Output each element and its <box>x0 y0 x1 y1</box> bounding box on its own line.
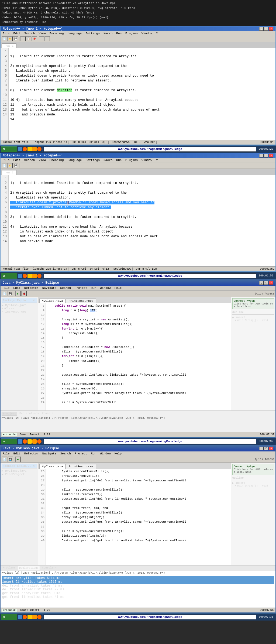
package-item-myclass2[interactable]: MyClass <box>2 307 37 310</box>
taskbar-icon-firefox-1[interactable] <box>23 147 27 151</box>
eclipse-menu-file-1[interactable]: File <box>2 286 10 290</box>
eclipse-menu-project-2[interactable]: Project <box>74 452 88 455</box>
start-btn-1[interactable]: ⊞ <box>1 146 17 152</box>
save-btn[interactable]: 💾 <box>13 36 18 41</box>
eclipse-tool-save[interactable]: 💾 <box>8 291 13 296</box>
menu-window-2[interactable]: Window <box>141 159 153 162</box>
start-btn-4[interactable]: ⊞ <box>1 614 17 620</box>
cut-btn[interactable]: ✂ <box>20 36 26 41</box>
maximize-btn-1[interactable]: □ <box>264 27 268 31</box>
taskbar-icon-folder-4[interactable] <box>27 615 32 619</box>
minimize-btn-1[interactable]: _ <box>259 27 264 31</box>
menu-view-2[interactable]: View <box>38 159 46 162</box>
taskbar-url-4[interactable]: www.youtube.com/ProgrammingKnowledge <box>44 615 256 619</box>
eclipse-menu-search-2[interactable]: Search <box>59 452 72 455</box>
taskbar-icon-ie-4[interactable] <box>18 615 22 619</box>
menu-file-2[interactable]: File <box>2 159 10 162</box>
editor-text-1[interactable]: 1) LinkedList element Insertion is faste… <box>9 48 275 140</box>
eclipse-window-controls-2[interactable]: _ □ × <box>259 447 273 450</box>
menu-language-1[interactable]: Language <box>67 32 83 35</box>
menu-search-2[interactable]: Search <box>23 159 36 162</box>
save-btn-2[interactable]: 💾 <box>13 163 18 168</box>
eclipse-menu-navigate-1[interactable]: Navigate <box>42 286 57 290</box>
taskbar-icon-ff2-3[interactable] <box>37 439 42 444</box>
maximize-btn-2[interactable]: □ <box>264 154 268 157</box>
menu-view-1[interactable]: View <box>38 32 46 35</box>
taskbar-icon-ff-2[interactable] <box>23 274 27 278</box>
eclipse-menu-file-2[interactable]: File <box>2 452 10 455</box>
editor-text-2[interactable]: 1) LinkedList element Insertion is faste… <box>9 175 275 266</box>
package-item-print[interactable]: PrintResources <box>2 310 37 313</box>
eclipse-menu-refactor-1[interactable]: Refactor <box>23 286 39 290</box>
console-tab-2[interactable]: Console × <box>41 566 58 570</box>
taskbar-icon-ie-2[interactable] <box>18 274 22 278</box>
close-btn-1[interactable]: × <box>269 27 273 31</box>
menu-edit-1[interactable]: Edit <box>12 32 21 35</box>
taskbar-icon-folder-1[interactable] <box>27 147 32 151</box>
eclipse-tab-print-2[interactable]: PrintResources <box>66 464 96 469</box>
eclipse-minimize-2[interactable]: _ <box>259 447 264 450</box>
menu-settings-1[interactable]: Settings <box>85 32 101 35</box>
notepad-window-controls-1[interactable]: _ □ × <box>259 27 273 31</box>
menu-search-1[interactable]: Search <box>23 32 36 35</box>
menu-file-1[interactable]: File <box>2 32 10 35</box>
eclipse-tool-save-2[interactable]: 💾 <box>8 457 13 462</box>
eclipse-window-controls-1[interactable]: _ □ × <box>259 281 273 285</box>
copy-btn[interactable]: 📋 <box>26 36 31 41</box>
redo-btn[interactable]: ↪ <box>44 36 50 41</box>
notepad-window-controls-2[interactable]: _ □ × <box>259 154 273 157</box>
eclipse-tool-run[interactable]: ▶ <box>15 291 21 296</box>
menu-language-2[interactable]: Language <box>67 159 83 162</box>
outline-item-main[interactable]: ● main(String[]) : void <box>232 319 274 322</box>
eclipse-tool-new[interactable]: 📄 <box>2 291 7 296</box>
menu-edit-2[interactable]: Edit <box>12 159 21 162</box>
eclipse-menu-window-1[interactable]: Window <box>99 286 112 290</box>
outline-item-insert[interactable]: ▶ insert <box>232 316 274 319</box>
eclipse-tab-myclass-2[interactable]: MyClass.java <box>39 464 65 469</box>
eclipse-minimize-1[interactable]: _ <box>259 281 264 285</box>
eclipse-menu-project-1[interactable]: Project <box>74 286 88 290</box>
eclipse-close-2[interactable]: × <box>269 447 273 450</box>
notepad-tab-new1[interactable]: new 1 <box>2 43 16 48</box>
eclipse-menu-run-2[interactable]: Run <box>90 452 97 455</box>
taskbar-icon-firefox2-1[interactable] <box>37 147 42 151</box>
taskbar-icon-folder-2[interactable] <box>27 274 32 278</box>
menu-macro-2[interactable]: Macro <box>103 159 113 162</box>
start-btn-3[interactable]: ⊞ <box>1 439 17 444</box>
start-btn-2[interactable]: ⊞ <box>1 273 17 279</box>
taskbar-icon-ff-3[interactable] <box>23 439 27 444</box>
taskbar-url-3[interactable]: www.youtube.com/ProgrammingKnowledge <box>44 439 256 444</box>
eclipse-maximize-1[interactable]: □ <box>264 281 268 285</box>
menu-macro-1[interactable]: Macro <box>103 32 113 35</box>
eclipse-menu-window-2[interactable]: Window <box>99 452 112 455</box>
menu-encoding-2[interactable]: Encoding <box>49 159 65 162</box>
taskbar-icon-amazon-2[interactable] <box>32 274 37 278</box>
outline-item-insert-2[interactable]: ▶ insert <box>232 481 274 485</box>
menu-window-1[interactable]: Window <box>141 32 153 35</box>
taskbar-url-1[interactable]: www.youtube.com/ProgrammingKnowledge <box>44 147 256 152</box>
eclipse-maximize-2[interactable]: □ <box>264 447 268 450</box>
menu-run-1[interactable]: Run <box>115 32 122 35</box>
eclipse-tool-run-2[interactable]: ▶ <box>15 457 21 462</box>
package-item-myclass-2[interactable]: ▶ MyClass.java <box>2 469 37 472</box>
taskbar-icon-ff-4[interactable] <box>23 615 27 619</box>
open-btn[interactable]: 📂 <box>7 36 13 41</box>
eclipse-tool-new-2[interactable]: 📄 <box>2 457 7 462</box>
taskbar-icon-ff2-4[interactable] <box>37 615 42 619</box>
new-doc-btn-2[interactable]: 📄 <box>2 163 7 168</box>
declarations-tab[interactable]: Declarations <box>18 412 40 416</box>
close-btn-2[interactable]: × <box>269 154 273 157</box>
menu-plugins-1[interactable]: Plugins <box>125 32 139 35</box>
eclipse-menu-edit-1[interactable]: Edit <box>12 286 21 290</box>
eclipse-menu-search-1[interactable]: Search <box>59 286 72 290</box>
new-doc-btn[interactable]: 📄 <box>2 36 7 41</box>
code-content-2[interactable]: System.currentTimeMIllis(); arrayList.re… <box>46 469 231 565</box>
problems-tab[interactable]: Problems <box>2 412 17 416</box>
taskbar-icon-ff2-2[interactable] <box>37 274 42 278</box>
menu-help-1[interactable]: ? <box>155 32 159 35</box>
menu-settings-2[interactable]: Settings <box>85 159 101 162</box>
eclipse-menu-refactor-2[interactable]: Refactor <box>23 452 39 455</box>
declarations-tab-2[interactable]: Declarations <box>18 566 40 570</box>
code-content-1[interactable]: public static void main(String[] args) {… <box>46 303 231 410</box>
minimize-btn-2[interactable]: _ <box>259 154 264 157</box>
